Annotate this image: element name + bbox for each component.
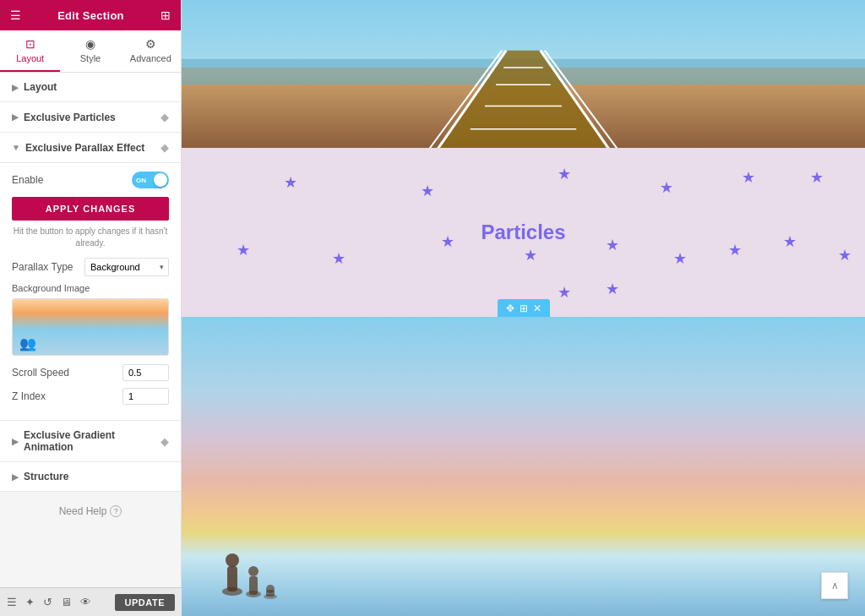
bg-image-people-icon: 👥 [19, 335, 36, 352]
tab-layout-label: Layout [16, 53, 44, 63]
scroll-speed-input[interactable] [122, 364, 169, 381]
section-edit-bar: ✥ ⊞ ✕ [498, 299, 550, 317]
layout-section-label: Layout [24, 81, 57, 93]
tab-style-label: Style [80, 53, 101, 63]
close-edit-icon[interactable]: ✕ [533, 303, 541, 314]
chevron-gradient: ▶ [12, 437, 19, 446]
enable-row: Enable ON [12, 172, 169, 188]
star-5: ★ [742, 168, 755, 187]
section-structure[interactable]: ▶ Structure [0, 462, 181, 492]
svg-point-14 [226, 553, 239, 567]
structure-section-label: Structure [24, 471, 68, 482]
star-7: ★ [237, 241, 250, 259]
chevron-structure: ▶ [12, 472, 19, 482]
bg-image-label: Background Image [12, 283, 169, 293]
scroll-top-button[interactable]: ∧ [821, 572, 848, 599]
columns-icon[interactable]: ⊞ [520, 303, 528, 314]
apply-hint: Hit the button to apply changes if it ha… [12, 226, 169, 249]
enable-toggle[interactable]: ON [132, 172, 169, 188]
scroll-speed-label: Scroll Speed [12, 367, 69, 379]
parallax-section-label: Exclusive Parallax Effect [25, 142, 144, 154]
bg-image-thumbnail[interactable]: 👥 [12, 298, 169, 356]
star-3: ★ [558, 165, 571, 183]
apply-changes-button[interactable]: APPLY CHANGES [12, 197, 169, 221]
star-15: ★ [838, 246, 851, 264]
toggle-track[interactable]: ON [132, 172, 169, 188]
diamond-icon-gradient: ◆ [160, 435, 169, 448]
gradient-section-label: Exclusive Gradient Animation [24, 429, 160, 453]
tab-style[interactable]: ◉ Style [60, 30, 120, 72]
star-10: ★ [524, 246, 537, 264]
enable-label: Enable [12, 174, 43, 186]
canvas-pier-section [182, 0, 865, 148]
need-help-text: Need Help [59, 505, 107, 517]
diamond-icon-particles: ◆ [160, 111, 169, 123]
section-parallax-header[interactable]: ▼ Exclusive Parallax Effect ◆ [0, 133, 181, 163]
toggle-thumb [154, 173, 167, 187]
panel-content: ▶ Layout ▶ Exclusive Particles ◆ ▼ Exclu… [0, 73, 181, 616]
parallax-type-row: Parallax Type Background Mouse Scroll [12, 258, 169, 276]
toggle-on-text: ON [136, 177, 146, 184]
z-index-label: Z Index [12, 390, 46, 402]
canvas-particles-section: ★ ★ ★ ★ ★ ★ ★ ★ ★ ★ ★ ★ ★ ★ ★ ★ ★ Partic… [182, 148, 865, 317]
grid-icon[interactable]: ⊞ [160, 8, 171, 22]
z-index-input[interactable] [122, 388, 169, 405]
need-help-row[interactable]: Need Help ? [0, 492, 181, 531]
chevron-layout: ▶ [12, 83, 19, 92]
section-exclusive-particles[interactable]: ▶ Exclusive Particles ◆ [0, 102, 181, 133]
svg-point-17 [248, 566, 258, 576]
star-1: ★ [284, 173, 297, 192]
parallax-type-select[interactable]: Background Mouse Scroll [84, 258, 169, 276]
star-14: ★ [783, 232, 797, 251]
section-gradient[interactable]: ▶ Exclusive Gradient Animation ◆ [0, 421, 181, 462]
advanced-tab-icon: ⚙ [145, 37, 156, 51]
panel-tabs: ⊡ Layout ◉ Style ⚙ Advanced [0, 30, 181, 73]
panel-header: ☰ Edit Section ⊞ [0, 0, 181, 30]
star-8: ★ [332, 249, 345, 268]
star-6: ★ [810, 168, 824, 187]
eye-footer-icon[interactable]: 👁 [80, 596, 91, 608]
panel-footer: ☰ ✦ ↺ 🖥 👁 UPDATE [0, 587, 182, 616]
star-2: ★ [421, 182, 434, 200]
monitor-footer-icon[interactable]: 🖥 [61, 596, 72, 608]
panel-title: Edit Section [57, 9, 124, 22]
hamburger-footer-icon[interactable]: ☰ [7, 596, 17, 608]
star-4: ★ [660, 178, 673, 197]
star-footer-icon[interactable]: ✦ [25, 596, 35, 608]
z-index-row: Z Index [12, 388, 169, 405]
tab-advanced-label: Advanced [130, 53, 171, 63]
hamburger-icon[interactable]: ☰ [10, 8, 21, 22]
particles-section-label: Exclusive Particles [24, 112, 116, 123]
layout-tab-icon: ⊡ [25, 37, 35, 51]
svg-rect-20 [266, 590, 275, 597]
chevron-particles: ▶ [12, 112, 19, 122]
parallax-type-wrapper: Background Mouse Scroll [84, 258, 169, 276]
star-17: ★ [606, 280, 619, 298]
section-layout[interactable]: ▶ Layout [0, 73, 181, 102]
style-tab-icon: ◉ [85, 37, 95, 51]
parallax-expanded: Enable ON APPLY CHANGES Hit the button t… [0, 163, 181, 421]
canvas-beach-section: ∧ [182, 317, 865, 616]
beach-background [182, 317, 865, 616]
left-panel: ☰ Edit Section ⊞ ⊡ Layout ◉ Style ⚙ Adva… [0, 0, 182, 616]
scroll-speed-row: Scroll Speed [12, 364, 169, 381]
tab-advanced[interactable]: ⚙ Advanced [121, 30, 181, 72]
tab-layout[interactable]: ⊡ Layout [0, 30, 60, 72]
star-9: ★ [441, 232, 454, 251]
chevron-parallax: ▼ [12, 143, 20, 152]
update-button[interactable]: UPDATE [115, 594, 175, 611]
help-icon: ? [110, 505, 122, 517]
svg-rect-16 [249, 576, 258, 595]
star-12: ★ [673, 249, 687, 268]
star-11: ★ [606, 236, 619, 254]
move-icon[interactable]: ✥ [506, 303, 514, 314]
svg-rect-13 [227, 566, 237, 591]
right-canvas: ★ ★ ★ ★ ★ ★ ★ ★ ★ ★ ★ ★ ★ ★ ★ ★ ★ Partic… [182, 0, 865, 616]
diamond-icon-parallax: ◆ [160, 141, 169, 154]
footer-icons: ☰ ✦ ↺ 🖥 👁 [7, 596, 91, 608]
beach-people [207, 532, 291, 608]
parallax-type-label: Parallax Type [12, 261, 73, 273]
rotate-footer-icon[interactable]: ↺ [43, 596, 52, 608]
star-13: ★ [728, 241, 742, 259]
star-16: ★ [558, 283, 571, 302]
